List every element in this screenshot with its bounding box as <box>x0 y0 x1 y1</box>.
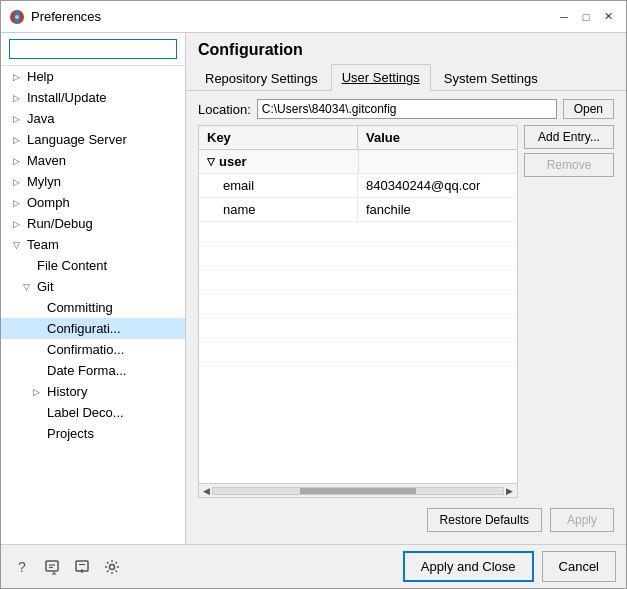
sidebar-item-label: Language Server <box>27 132 127 147</box>
section-arrow-icon: ▽ <box>207 156 215 167</box>
tree-arrow-icon: ▷ <box>13 177 23 187</box>
sidebar-item-mylyn[interactable]: ▷Mylyn <box>1 171 185 192</box>
sidebar-item-help[interactable]: ▷Help <box>1 66 185 87</box>
apply-button[interactable]: Apply <box>550 508 614 532</box>
sidebar: ▷Help▷Install/Update▷Java▷Language Serve… <box>1 33 186 544</box>
tab-user-settings[interactable]: User Settings <box>331 64 431 91</box>
main-content: ▷Help▷Install/Update▷Java▷Language Serve… <box>1 33 626 544</box>
tree-arrow-icon: ▷ <box>13 93 23 103</box>
tab-system-settings[interactable]: System Settings <box>433 65 549 91</box>
table-row[interactable]: name fanchile <box>199 198 517 222</box>
add-entry-button[interactable]: Add Entry... <box>524 125 614 149</box>
panel-title: Configuration <box>186 33 626 63</box>
key-cell: name <box>199 198 358 221</box>
empty-row <box>199 270 517 294</box>
config-table: Key Value ▽ user email 840340244@qq.cor … <box>198 125 518 498</box>
sidebar-item-label: Git <box>37 279 54 294</box>
sidebar-search-input[interactable] <box>9 39 177 59</box>
sidebar-item-java[interactable]: ▷Java <box>1 108 185 129</box>
key-cell: email <box>199 174 358 197</box>
right-panel: Configuration Repository SettingsUser Se… <box>186 33 626 544</box>
sidebar-item-history[interactable]: ▷History <box>1 381 185 402</box>
sidebar-item-label-deco[interactable]: Label Deco... <box>1 402 185 423</box>
scroll-left-arrow[interactable]: ◀ <box>201 486 212 496</box>
scroll-track[interactable] <box>212 487 504 495</box>
sidebar-item-projects[interactable]: Projects <box>1 423 185 444</box>
table-row[interactable]: email 840340244@qq.cor <box>199 174 517 198</box>
sidebar-item-label: Java <box>27 111 54 126</box>
sidebar-item-label: Oomph <box>27 195 70 210</box>
location-label: Location: <box>198 102 251 117</box>
import-svg <box>74 559 90 575</box>
sidebar-item-maven[interactable]: ▷Maven <box>1 150 185 171</box>
close-button[interactable]: ✕ <box>598 7 618 27</box>
settings-icon[interactable] <box>101 556 123 578</box>
empty-row <box>199 318 517 342</box>
preferences-window: Preferences ─ □ ✕ ▷Help▷Install/Update▷J… <box>0 0 627 589</box>
minimize-button[interactable]: ─ <box>554 7 574 27</box>
bottom-icons: ? <box>11 556 123 578</box>
sidebar-item-label: Label Deco... <box>47 405 124 420</box>
sidebar-item-label: Install/Update <box>27 90 107 105</box>
apply-and-close-button[interactable]: Apply and Close <box>403 551 534 582</box>
sidebar-item-configuration[interactable]: Configurati... <box>1 318 185 339</box>
export-icon[interactable] <box>41 556 63 578</box>
title-bar: Preferences ─ □ ✕ <box>1 1 626 33</box>
bottom-buttons: Apply and Close Cancel <box>403 551 616 582</box>
maximize-button[interactable]: □ <box>576 7 596 27</box>
tree-arrow-icon: ▷ <box>13 219 23 229</box>
scroll-right-arrow[interactable]: ▶ <box>504 486 515 496</box>
sidebar-item-label: Committing <box>47 300 113 315</box>
scroll-thumb[interactable] <box>300 488 416 494</box>
section-key: ▽ user <box>199 150 358 174</box>
bottom-bar: ? <box>1 544 626 588</box>
window-title: Preferences <box>31 9 101 24</box>
sidebar-item-team[interactable]: ▽Team <box>1 234 185 255</box>
remove-button[interactable]: Remove <box>524 153 614 177</box>
app-icon <box>9 9 25 25</box>
sidebar-item-label: History <box>47 384 87 399</box>
tab-repository-settings[interactable]: Repository Settings <box>194 65 329 91</box>
table-action-buttons: Add Entry... Remove <box>524 125 614 498</box>
table-and-buttons: Key Value ▽ user email 840340244@qq.cor … <box>198 125 614 498</box>
location-bar: Location: Open <box>198 99 614 119</box>
table-body: ▽ user email 840340244@qq.cor name fanch… <box>199 150 517 483</box>
table-scrollbar[interactable]: ◀ ▶ <box>199 483 517 497</box>
sidebar-search-area <box>1 33 185 66</box>
cancel-button[interactable]: Cancel <box>542 551 616 582</box>
panel-body: Location: Open Key Value ▽ us <box>186 91 626 544</box>
tree-arrow-icon: ▽ <box>13 240 23 250</box>
svg-rect-3 <box>46 561 58 571</box>
sidebar-item-label: Projects <box>47 426 94 441</box>
sidebar-item-file-content[interactable]: File Content <box>1 255 185 276</box>
col-key-header: Key <box>199 126 358 149</box>
sidebar-item-language-server[interactable]: ▷Language Server <box>1 129 185 150</box>
sidebar-item-label: Team <box>27 237 59 252</box>
restore-defaults-button[interactable]: Restore Defaults <box>427 508 542 532</box>
open-button[interactable]: Open <box>563 99 614 119</box>
sidebar-item-label: Maven <box>27 153 66 168</box>
sidebar-item-run-debug[interactable]: ▷Run/Debug <box>1 213 185 234</box>
import-icon[interactable] <box>71 556 93 578</box>
tree-arrow-icon: ▽ <box>23 282 33 292</box>
section-name: user <box>219 154 246 169</box>
sidebar-item-oomph[interactable]: ▷Oomph <box>1 192 185 213</box>
sidebar-item-install-update[interactable]: ▷Install/Update <box>1 87 185 108</box>
title-buttons: ─ □ ✕ <box>554 7 618 27</box>
section-value <box>358 150 517 174</box>
table-header: Key Value <box>199 126 517 150</box>
sidebar-item-date-format[interactable]: Date Forma... <box>1 360 185 381</box>
sidebar-item-label: Mylyn <box>27 174 61 189</box>
sidebar-item-confirmation[interactable]: Confirmatio... <box>1 339 185 360</box>
svg-point-2 <box>15 15 19 19</box>
location-input[interactable] <box>257 99 557 119</box>
col-value-header: Value <box>358 126 517 149</box>
sidebar-item-committing[interactable]: Committing <box>1 297 185 318</box>
help-icon[interactable]: ? <box>11 556 33 578</box>
sidebar-item-label: File Content <box>37 258 107 273</box>
sidebar-item-git[interactable]: ▽Git <box>1 276 185 297</box>
tree-arrow-icon: ▷ <box>13 114 23 124</box>
tree-arrow-icon: ▷ <box>13 198 23 208</box>
empty-row <box>199 342 517 366</box>
tree-arrow-icon: ▷ <box>33 387 43 397</box>
